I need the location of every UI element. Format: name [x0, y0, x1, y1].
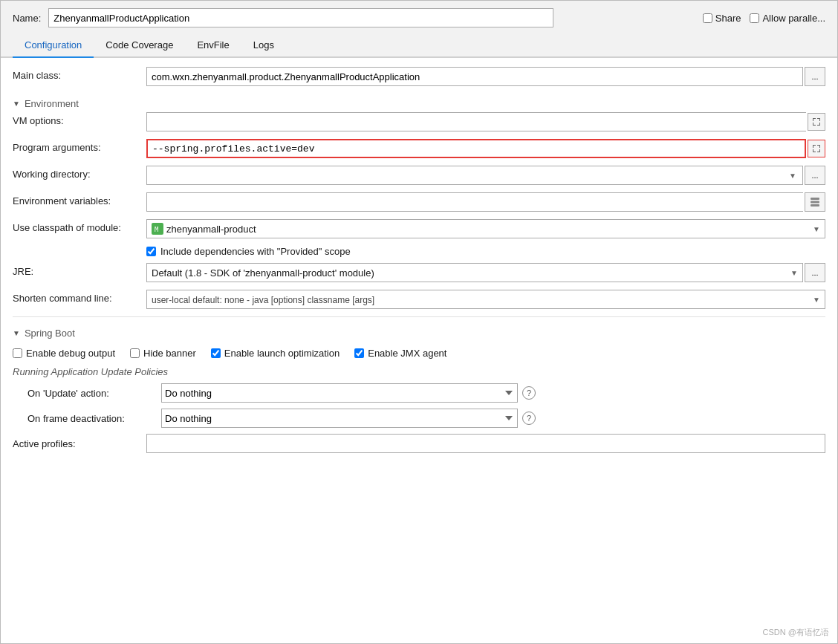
frame-deactivation-row: On frame deactivation: Do nothing Update… — [13, 409, 825, 428]
hide-banner-text: Hide banner — [143, 348, 196, 359]
vm-options-label: VM options: — [13, 112, 146, 126]
tabs-bar: Configuration Code Coverage EnvFile Logs — [1, 33, 837, 58]
include-deps-checkbox[interactable] — [146, 247, 156, 256]
active-profiles-row: Active profiles: — [13, 434, 825, 453]
active-profiles-input[interactable] — [146, 434, 825, 453]
launch-opt-label[interactable]: Enable launch optimization — [211, 348, 340, 359]
tab-code-coverage[interactable]: Code Coverage — [94, 33, 185, 58]
jre-row: JRE: Default (1.8 - SDK of 'zhenyanmall-… — [13, 263, 825, 284]
classpath-module-row: Use classpath of module: M zhenyanmall-p… — [13, 219, 825, 240]
classpath-module-control: M zhenyanmall-product ▼ — [146, 219, 825, 238]
frame-deactivation-help-icon[interactable]: ? — [522, 412, 536, 425]
name-label: Name: — [13, 13, 41, 24]
vm-options-row: VM options: — [13, 112, 825, 133]
working-dir-browse-button[interactable]: ... — [805, 166, 825, 185]
vm-options-control — [146, 112, 825, 131]
allow-parallel-label: Allow paralle... — [762, 13, 825, 24]
configuration-content: Main class: ... ▼ Environment VM options… — [1, 58, 837, 643]
run-configuration-dialog: Name: Share Allow paralle... Configurati… — [0, 0, 838, 644]
svg-rect-1 — [811, 201, 819, 204]
update-action-help-icon[interactable]: ? — [522, 386, 536, 400]
name-input[interactable] — [48, 8, 553, 27]
header-row: Name: Share Allow paralle... — [1, 1, 837, 33]
debug-output-text: Enable debug output — [26, 348, 115, 359]
env-vars-browse-button[interactable] — [805, 192, 825, 212]
allow-parallel-checkbox-label[interactable]: Allow paralle... — [750, 13, 825, 24]
spring-boot-section-header[interactable]: ▼ Spring Boot — [13, 323, 825, 342]
running-app-title: Running Application Update Policies — [13, 366, 825, 377]
environment-section-label: Environment — [25, 98, 79, 109]
tab-logs[interactable]: Logs — [241, 33, 286, 58]
vm-options-input[interactable] — [146, 112, 806, 131]
svg-rect-2 — [811, 204, 819, 206]
update-action-label: On 'Update' action: — [13, 388, 161, 399]
running-app-section: Running Application Update Policies On '… — [13, 366, 825, 428]
update-action-control: Do nothing Update classes and resources … — [161, 383, 536, 403]
main-class-input[interactable] — [146, 67, 803, 86]
divider — [13, 316, 825, 317]
include-deps-row: Include dependencies with "Provided" sco… — [146, 246, 825, 257]
share-label: Share — [715, 13, 741, 24]
frame-deactivation-label: On frame deactivation: — [13, 413, 161, 424]
working-dir-label: Working directory: — [13, 166, 146, 180]
jmx-agent-checkbox[interactable] — [354, 348, 364, 358]
frame-deactivation-control: Do nothing Update classes and resources … — [161, 409, 536, 428]
program-args-control — [146, 139, 825, 158]
share-checkbox[interactable] — [703, 13, 712, 23]
jre-browse-button[interactable]: ... — [805, 263, 825, 282]
update-action-select[interactable]: Do nothing Update classes and resources … — [161, 383, 518, 403]
working-dir-input[interactable] — [150, 170, 789, 181]
jmx-agent-text: Enable JMX agent — [368, 348, 446, 359]
env-vars-label: Environment variables: — [13, 192, 146, 206]
main-class-row: Main class: ... — [13, 67, 825, 88]
tab-envfile[interactable]: EnvFile — [185, 33, 241, 58]
program-args-label: Program arguments: — [13, 139, 146, 153]
env-vars-row: Environment variables: — [13, 192, 825, 213]
environment-arrow-icon: ▼ — [13, 100, 20, 108]
module-icon: M — [152, 223, 163, 235]
jre-value: Default (1.8 - SDK of 'zhenyanmall-produ… — [152, 267, 374, 279]
spring-boot-section: ▼ Spring Boot Enable debug output Hide b… — [13, 323, 825, 453]
vm-options-expand-button[interactable] — [808, 113, 825, 131]
spring-boot-arrow-icon: ▼ — [13, 329, 20, 337]
shorten-cmd-row: Shorten command line: user-local default… — [13, 290, 825, 310]
jmx-agent-label[interactable]: Enable JMX agent — [354, 348, 446, 359]
env-vars-input[interactable] — [146, 192, 803, 212]
update-action-row: On 'Update' action: Do nothing Update cl… — [13, 383, 825, 403]
header-checkboxes: Share Allow paralle... — [703, 13, 825, 24]
shorten-cmd-control: user-local default: none - java [options… — [146, 290, 825, 309]
debug-output-checkbox[interactable] — [13, 348, 22, 358]
spring-checkboxes: Enable debug output Hide banner Enable l… — [13, 348, 825, 359]
jre-label: JRE: — [13, 263, 146, 277]
module-name: zhenyanmall-product — [166, 224, 256, 235]
classpath-module-label: Use classpath of module: — [13, 219, 146, 233]
hide-banner-checkbox[interactable] — [130, 348, 140, 358]
working-dir-control: ▼ ... — [146, 166, 825, 185]
svg-rect-0 — [811, 198, 819, 200]
spring-boot-section-label: Spring Boot — [25, 328, 75, 339]
watermark: CSDN @有语忆语 — [763, 627, 829, 638]
shorten-cmd-value: user-local default: none - java [options… — [152, 294, 374, 305]
svg-text:M: M — [155, 226, 159, 233]
launch-opt-checkbox[interactable] — [211, 348, 221, 358]
frame-deactivation-select[interactable]: Do nothing Update classes and resources … — [161, 409, 518, 428]
main-class-label: Main class: — [13, 67, 146, 81]
active-profiles-label: Active profiles: — [13, 438, 146, 449]
jre-control: Default (1.8 - SDK of 'zhenyanmall-produ… — [146, 263, 825, 282]
environment-section-header[interactable]: ▼ Environment — [13, 94, 825, 112]
share-checkbox-label[interactable]: Share — [703, 13, 741, 24]
main-class-control: ... — [146, 67, 825, 86]
program-args-row: Program arguments: — [13, 139, 825, 160]
include-deps-label: Include dependencies with "Provided" sco… — [160, 246, 351, 257]
main-class-browse-button[interactable]: ... — [805, 67, 825, 86]
working-dir-row: Working directory: ▼ ... — [13, 166, 825, 186]
env-vars-control — [146, 192, 825, 212]
hide-banner-label[interactable]: Hide banner — [130, 348, 196, 359]
debug-output-label[interactable]: Enable debug output — [13, 348, 115, 359]
program-args-input[interactable] — [146, 139, 806, 158]
program-args-expand-button[interactable] — [808, 140, 825, 157]
launch-opt-text: Enable launch optimization — [224, 348, 340, 359]
allow-parallel-checkbox[interactable] — [750, 13, 759, 23]
shorten-cmd-label: Shorten command line: — [13, 290, 146, 304]
tab-configuration[interactable]: Configuration — [13, 33, 94, 58]
